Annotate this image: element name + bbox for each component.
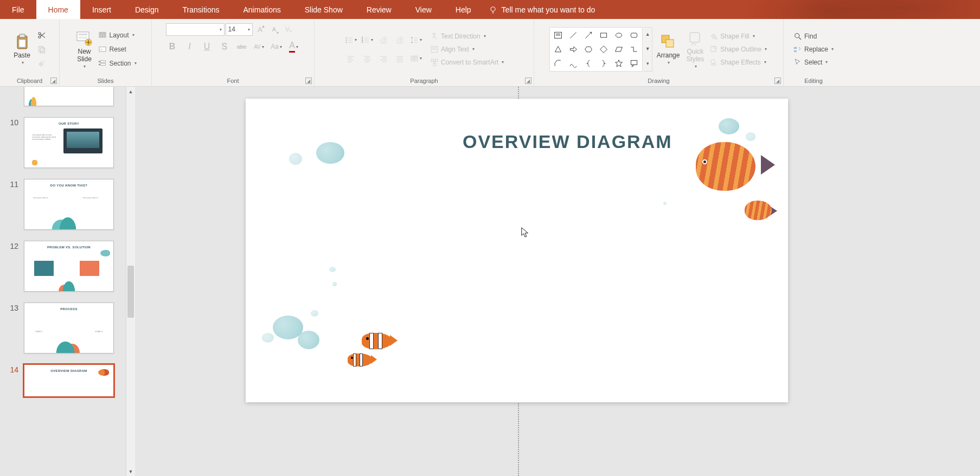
quick-styles-button[interactable]: Quick Styles▾ bbox=[684, 28, 706, 70]
shape-diamond[interactable] bbox=[597, 43, 611, 56]
shape-effects-button[interactable]: Shape Effects▾ bbox=[708, 56, 768, 68]
font-family-combo[interactable]: ▾ bbox=[166, 23, 225, 36]
slide[interactable]: OVERVIEW DIAGRAM bbox=[246, 99, 788, 402]
shadow-button[interactable]: S bbox=[218, 40, 231, 53]
shape-right-brace[interactable] bbox=[597, 57, 611, 70]
tab-slideshow[interactable]: Slide Show bbox=[293, 0, 355, 19]
align-text-button[interactable]: Align Text▾ bbox=[429, 43, 505, 55]
lightbulb-icon bbox=[489, 5, 497, 14]
slide-thumbnail-14[interactable]: OVERVIEW DIAGRAM bbox=[24, 364, 114, 397]
shape-line[interactable] bbox=[566, 29, 580, 42]
slide-thumbnail-12[interactable]: PROBLEM VS. SOLUTION bbox=[24, 241, 114, 292]
shape-arrow-line[interactable] bbox=[581, 29, 595, 42]
tab-help[interactable]: Help bbox=[444, 0, 483, 19]
shape-callout[interactable] bbox=[627, 57, 641, 70]
columns-button[interactable]: ▾ bbox=[409, 52, 422, 65]
shape-arc[interactable] bbox=[551, 57, 565, 70]
shape-oval[interactable] bbox=[612, 29, 626, 42]
tab-design[interactable]: Design bbox=[123, 0, 171, 19]
shape-triangle[interactable] bbox=[551, 43, 565, 56]
shape-textbox[interactable] bbox=[551, 29, 565, 42]
scroll-down-arrow[interactable]: ▼ bbox=[126, 467, 135, 476]
align-left-button[interactable] bbox=[344, 52, 357, 65]
char-spacing-button[interactable]: AV▾ bbox=[253, 40, 266, 53]
gallery-down-icon[interactable]: ▼ bbox=[644, 42, 652, 56]
scrollbar-thumb[interactable] bbox=[127, 266, 134, 318]
font-color-button[interactable]: A▾ bbox=[287, 40, 300, 53]
new-slide-button[interactable]: New Slide ▾ bbox=[73, 28, 95, 70]
layout-label: Layout bbox=[109, 31, 129, 39]
copy-button[interactable] bbox=[35, 43, 48, 56]
tell-me-search[interactable]: Tell me what you want to do bbox=[489, 0, 595, 19]
group-clipboard: Paste ▾ Clipboard ◢ bbox=[0, 19, 60, 86]
replace-button[interactable]: abacReplace▾ bbox=[792, 43, 835, 55]
tab-insert[interactable]: Insert bbox=[80, 0, 123, 19]
tab-view[interactable]: View bbox=[403, 0, 444, 19]
cut-button[interactable] bbox=[35, 29, 48, 42]
numbering-button[interactable]: 123▾ bbox=[361, 34, 374, 47]
reset-button[interactable]: Reset bbox=[97, 43, 137, 55]
justify-button[interactable] bbox=[393, 52, 406, 65]
italic-button[interactable]: I bbox=[183, 40, 196, 53]
section-button[interactable]: Section▾ bbox=[97, 57, 137, 69]
shape-curve[interactable] bbox=[566, 57, 580, 70]
shape-right-arrow[interactable] bbox=[566, 43, 580, 56]
thumbnail-strip[interactable]: 10 OUR STORY Lorem ipsum dolor sit amet … bbox=[0, 87, 126, 476]
select-button[interactable]: Select▾ bbox=[792, 56, 835, 68]
drawing-dialog-launcher[interactable]: ◢ bbox=[774, 78, 781, 84]
align-right-button[interactable] bbox=[377, 52, 390, 65]
decrease-font-button[interactable]: A▼ bbox=[268, 23, 281, 36]
tab-review[interactable]: Review bbox=[355, 0, 403, 19]
shape-outline-label: Shape Outline bbox=[720, 46, 761, 53]
align-center-button[interactable] bbox=[361, 52, 374, 65]
scroll-up-arrow[interactable]: ▲ bbox=[126, 87, 135, 96]
tab-file[interactable]: File bbox=[0, 0, 36, 19]
change-case-button[interactable]: Aa▾ bbox=[270, 40, 283, 53]
shape-rectangle[interactable] bbox=[597, 29, 611, 42]
increase-indent-button[interactable] bbox=[393, 34, 406, 47]
slide-thumbnail-11[interactable]: DO YOU KNOW THIS? lorem ipsum dolor sit … bbox=[24, 179, 114, 230]
thumbnail-scrollbar[interactable]: ▲ ▼ bbox=[126, 87, 135, 476]
slide-thumbnail-13[interactable]: PROCESS STEP 1 STEP 4 bbox=[24, 303, 114, 353]
shape-star[interactable] bbox=[612, 57, 626, 70]
strikethrough-button[interactable]: abc bbox=[235, 40, 248, 53]
font-size-combo[interactable]: 14▾ bbox=[226, 23, 253, 36]
tab-home[interactable]: Home bbox=[36, 0, 80, 19]
shape-outline-button[interactable]: Shape Outline▾ bbox=[708, 43, 768, 55]
bullets-button[interactable]: ▾ bbox=[344, 34, 357, 47]
increase-font-button[interactable]: A▲ bbox=[254, 23, 267, 36]
convert-smartart-button[interactable]: Convert to SmartArt▾ bbox=[429, 56, 505, 68]
slide-thumbnail-9[interactable] bbox=[24, 87, 114, 106]
shape-hexagon[interactable] bbox=[581, 43, 595, 56]
clipboard-dialog-launcher[interactable]: ◢ bbox=[50, 78, 57, 84]
shape-fill-button[interactable]: Shape Fill▾ bbox=[708, 30, 768, 42]
slide-title-text[interactable]: OVERVIEW DIAGRAM bbox=[463, 131, 672, 152]
shape-parallelogram[interactable] bbox=[612, 43, 626, 56]
gallery-more-icon[interactable]: ▾ bbox=[644, 56, 652, 71]
shape-rounded-rect[interactable] bbox=[627, 29, 641, 42]
line-spacing-button[interactable]: ▾ bbox=[409, 34, 422, 47]
clear-formatting-button[interactable] bbox=[282, 23, 295, 36]
svg-rect-40 bbox=[711, 46, 716, 51]
decrease-indent-button[interactable] bbox=[377, 34, 390, 47]
underline-button[interactable]: U bbox=[201, 40, 214, 53]
slide-canvas-area[interactable]: OVERVIEW DIAGRAM bbox=[138, 87, 980, 476]
find-button[interactable]: Find bbox=[792, 30, 835, 42]
font-dialog-launcher[interactable]: ◢ bbox=[305, 78, 312, 84]
thumb-number: 13 bbox=[0, 303, 24, 312]
arrange-button[interactable]: Arrange▾ bbox=[655, 32, 682, 66]
paragraph-dialog-launcher[interactable]: ◢ bbox=[525, 78, 531, 84]
paste-button[interactable]: Paste ▾ bbox=[11, 32, 33, 66]
bold-button[interactable]: B bbox=[166, 40, 179, 53]
gallery-up-icon[interactable]: ▲ bbox=[644, 28, 652, 42]
format-painter-button[interactable] bbox=[35, 57, 48, 70]
slide-thumbnail-10[interactable]: OUR STORY Lorem ipsum dolor sit amet con… bbox=[24, 117, 114, 168]
tab-animations[interactable]: Animations bbox=[231, 0, 292, 19]
text-direction-button[interactable]: Text Direction▾ bbox=[429, 30, 505, 42]
shapes-gallery-scroll[interactable]: ▲▼▾ bbox=[644, 27, 652, 72]
shapes-gallery[interactable] bbox=[549, 27, 643, 72]
shape-left-brace[interactable] bbox=[581, 57, 595, 70]
layout-button[interactable]: Layout▾ bbox=[97, 29, 137, 41]
tab-transitions[interactable]: Transitions bbox=[171, 0, 232, 19]
shape-connector[interactable] bbox=[627, 43, 641, 56]
